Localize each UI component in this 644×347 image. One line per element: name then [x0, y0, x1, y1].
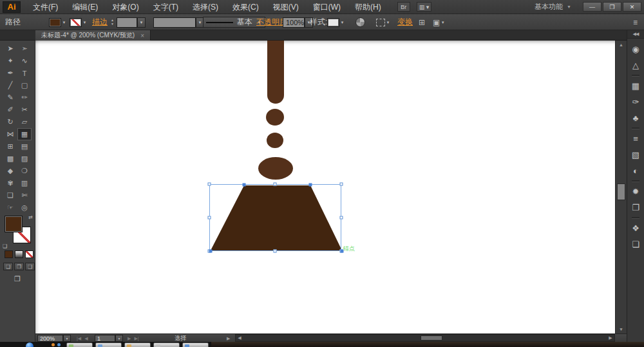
brush-definition-field[interactable] — [153, 17, 196, 28]
zoom-tool[interactable]: ◎ — [17, 202, 32, 214]
zoom-level-field[interactable]: 200% — [37, 335, 63, 342]
stroke-link[interactable]: 描边 — [92, 17, 108, 28]
brushes-panel-icon[interactable]: ✑ — [627, 94, 644, 110]
coffee-drop-shape[interactable] — [266, 109, 284, 126]
mesh-tool[interactable]: ▩ — [3, 153, 17, 165]
rotate-tool[interactable]: ↻ — [3, 116, 17, 128]
draw-inside-button[interactable]: ❑ — [25, 263, 35, 270]
eyedropper-tool[interactable]: ◆ — [3, 165, 17, 177]
selection-handle[interactable] — [274, 250, 277, 253]
menu-file[interactable]: 文件(F) — [26, 0, 65, 14]
none-mode-button[interactable] — [25, 250, 33, 258]
anchor-point[interactable] — [309, 183, 312, 187]
arrange-documents-button[interactable]: ▥ ▾ — [417, 2, 432, 12]
symbol-sprayer-tool[interactable]: ✾ — [3, 177, 17, 189]
taskbar-app-5[interactable] — [182, 342, 209, 347]
stroke-width-stepper[interactable]: ▲▼ — [111, 17, 114, 28]
fill-color-swatch[interactable]: ▼ — [49, 17, 67, 28]
tray-icon[interactable] — [57, 343, 61, 346]
recolor-artwork-button[interactable] — [355, 17, 365, 28]
swatches-panel-icon[interactable]: ▦ — [627, 78, 644, 94]
artboards-panel-icon[interactable]: ❏ — [627, 236, 644, 252]
control-panel-menu-button[interactable]: ≡ — [633, 17, 638, 28]
color-mode-button[interactable] — [5, 250, 13, 258]
default-fill-stroke-icon[interactable]: ❏ — [3, 243, 7, 249]
anchor-point[interactable] — [209, 250, 213, 253]
vertical-scroll-thumb[interactable] — [617, 183, 625, 200]
artboard-number-field[interactable]: 1 — [95, 335, 115, 342]
bridge-button[interactable]: Br — [397, 2, 410, 12]
gradient-tool[interactable]: ▨ — [17, 153, 32, 165]
scroll-right-icon[interactable]: ▶ — [607, 335, 614, 341]
align-button[interactable]: ⊞ — [419, 17, 425, 28]
selection-handle[interactable] — [208, 183, 211, 186]
close-button[interactable]: ✕ — [623, 2, 641, 12]
screen-mode-button[interactable]: ❐ — [10, 274, 24, 283]
direct-selection-tool[interactable]: ➣ — [17, 42, 32, 55]
shape-tool[interactable]: ▢ — [17, 79, 32, 91]
transparency-panel-icon[interactable]: ◐ — [627, 163, 644, 179]
line-segment-tool[interactable]: ╱ — [3, 79, 17, 91]
collapse-dock-icon[interactable]: ◀◀ — [627, 30, 644, 39]
coffee-pool-ellipse-shape[interactable] — [258, 157, 293, 180]
workspace-switcher[interactable]: 基本功能 ▼ — [535, 2, 571, 12]
blob-brush-tool[interactable]: ✐ — [3, 104, 17, 116]
coffee-drop-shape[interactable] — [267, 133, 283, 148]
selection-tool[interactable]: ➤ — [3, 42, 17, 55]
pen-tool[interactable]: ✒ — [3, 67, 17, 79]
draw-behind-button[interactable]: ❐ — [14, 263, 24, 270]
coffee-stream-shape[interactable] — [267, 41, 284, 104]
app-logo-icon[interactable]: Ai — [3, 1, 21, 13]
taskbar-app-1[interactable] — [66, 342, 93, 347]
type-tool[interactable]: T — [17, 67, 32, 79]
appearance-panel-icon[interactable]: ✹ — [627, 183, 644, 200]
shape-builder-tool[interactable]: ⊞ — [3, 140, 17, 153]
stroke-width-field[interactable] — [117, 17, 137, 28]
menu-select[interactable]: 选择(S) — [185, 0, 225, 14]
menu-type[interactable]: 文字(T) — [146, 0, 185, 14]
close-tab-icon[interactable]: × — [140, 32, 144, 39]
isolate-options-button[interactable]: ▣▼ — [433, 17, 446, 28]
scroll-left-icon[interactable]: ◀ — [236, 335, 243, 341]
style-swatch[interactable]: ▼ — [327, 17, 345, 28]
color-guide-panel-icon[interactable]: △ — [627, 57, 644, 73]
status-section-arrow-icon[interactable]: ▶ — [227, 335, 230, 342]
menu-effect[interactable]: 效果(C) — [225, 0, 266, 14]
next-artboard-button[interactable]: ▶ — [128, 336, 131, 341]
fill-indicator-swatch[interactable] — [5, 216, 23, 232]
selection-handle[interactable] — [274, 183, 277, 186]
paintbrush-tool[interactable]: ✎ — [3, 91, 17, 104]
gradient-panel-icon[interactable]: ▧ — [627, 147, 644, 163]
scale-tool[interactable]: ▱ — [17, 116, 32, 128]
free-transform-tool[interactable]: ▦ — [17, 128, 32, 140]
pencil-tool[interactable]: ✏ — [17, 91, 32, 104]
draw-normal-button[interactable]: ❏ — [3, 263, 13, 270]
menu-edit[interactable]: 编辑(E) — [65, 0, 105, 14]
width-tool[interactable]: ⋈ — [3, 128, 17, 140]
stroke-width-dropdown[interactable]: ▼ — [137, 17, 146, 28]
transform-link[interactable]: 变换 — [397, 17, 413, 28]
vertical-scrollbar[interactable]: ▲ ▼ — [615, 41, 627, 333]
opacity-field[interactable]: 100% — [283, 17, 305, 28]
last-artboard-button[interactable]: ▶| — [134, 336, 138, 341]
horizontal-scroll-thumb[interactable] — [421, 335, 442, 341]
restore-button[interactable]: ❐ — [603, 2, 621, 12]
menu-help[interactable]: 帮助(H) — [348, 0, 388, 14]
graph-tool[interactable]: ▥ — [17, 177, 32, 189]
taskbar-app-2[interactable] — [95, 342, 122, 347]
zoom-dropdown[interactable]: ▼ — [63, 335, 71, 342]
artboard-dropdown[interactable]: ▼ — [115, 335, 123, 342]
document-tab[interactable]: 未标题-4* @ 200% (CMYK/预览) × — [35, 30, 151, 41]
layers-panel-icon[interactable]: ❖ — [627, 220, 644, 236]
stroke-panel-icon[interactable]: ≡ — [627, 131, 644, 147]
selection-handle[interactable] — [208, 216, 211, 220]
minimize-button[interactable]: — — [583, 2, 601, 12]
symbols-panel-icon[interactable]: ♣ — [627, 110, 644, 126]
gradient-mode-button[interactable] — [15, 250, 23, 258]
artboard-canvas[interactable]: 锚点 — [35, 41, 615, 333]
horizontal-scrollbar[interactable]: ◀ ▶ — [235, 334, 615, 342]
stroke-color-swatch[interactable]: ▼ — [70, 17, 88, 28]
menu-object[interactable]: 对象(O) — [105, 0, 146, 14]
select-similar-button[interactable]: ▼ — [376, 17, 391, 28]
scroll-up-icon[interactable]: ▲ — [616, 41, 627, 49]
